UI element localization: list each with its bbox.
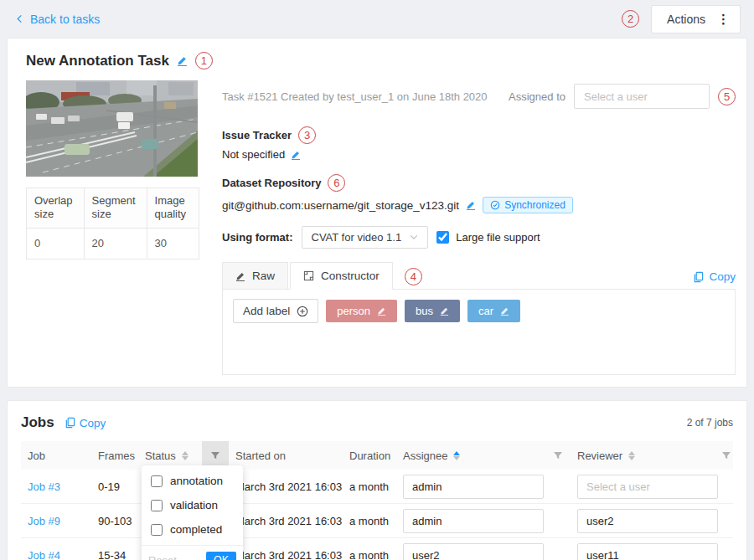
- jobs-title: Jobs: [21, 414, 54, 431]
- job-link[interactable]: Job #3: [28, 480, 60, 493]
- large-file-support-option[interactable]: Large file support: [436, 231, 540, 244]
- started-on-cell: March 3rd 2021 16:03: [229, 549, 343, 560]
- annotation-circle-1: 1: [195, 52, 213, 69]
- back-to-tasks-label: Back to tasks: [30, 13, 100, 26]
- job-link[interactable]: Job #9: [28, 515, 60, 527]
- param-header-quality: Image quality: [147, 188, 199, 229]
- filter-option-completed-label: completed: [170, 523, 222, 536]
- table-row-job3: Job #3 0-19 March 3rd 2021 16:03 a month: [21, 470, 733, 504]
- param-value-quality: 30: [147, 228, 199, 259]
- frames-cell: 15-34: [91, 549, 138, 560]
- label-chip-bus[interactable]: bus: [405, 300, 460, 322]
- label-chip-car[interactable]: car: [467, 300, 520, 322]
- reviewer-input[interactable]: [577, 475, 718, 499]
- edit-label-icon[interactable]: [377, 306, 386, 316]
- task-parameters-table: Overlap size Segment size Image quality …: [26, 188, 199, 259]
- assigned-to-input[interactable]: [574, 84, 710, 109]
- param-header-segment: Segment size: [84, 188, 147, 229]
- assignee-input[interactable]: [403, 543, 544, 560]
- column-header-frames: Frames: [91, 441, 138, 470]
- filter-checkbox-validation[interactable]: [151, 500, 163, 511]
- format-select[interactable]: CVAT for video 1.1: [302, 226, 429, 249]
- label-chip-person[interactable]: person: [326, 300, 397, 322]
- jobs-card: Jobs Copy 2 of 7 jobs Job Frames Status …: [7, 400, 747, 560]
- labels-copy-button[interactable]: Copy: [693, 270, 736, 283]
- assigned-to-label: Assigned to: [509, 90, 566, 103]
- sort-icon-status[interactable]: [182, 451, 188, 460]
- edit-issue-tracker-icon[interactable]: [291, 150, 301, 160]
- issue-tracker-value: Not specified: [222, 148, 285, 161]
- using-format-label: Using format:: [222, 231, 293, 244]
- large-file-support-checkbox[interactable]: [436, 231, 449, 244]
- column-header-duration: Duration: [343, 441, 396, 470]
- sort-icon-assignee[interactable]: [453, 451, 460, 460]
- filter-option-validation-label: validation: [170, 499, 218, 511]
- back-to-tasks-link[interactable]: Back to tasks: [15, 13, 100, 26]
- label-chip-person-name: person: [337, 305, 370, 317]
- filter-icon-reviewer[interactable]: [718, 441, 734, 470]
- duration-cell: a month: [343, 549, 396, 560]
- job-link[interactable]: Job #4: [28, 549, 60, 560]
- column-header-job: Job: [21, 441, 91, 470]
- column-header-reviewer[interactable]: Reviewer: [571, 441, 718, 470]
- filter-icon-assignee[interactable]: [545, 441, 571, 470]
- pencil-icon: [235, 271, 245, 281]
- format-select-value: CVAT for video 1.1: [312, 231, 402, 244]
- task-details-card: New Annotation Task 1: [7, 38, 747, 388]
- frames-cell: 0-19: [91, 480, 138, 493]
- filter-option-annotation-label: annotation: [170, 475, 223, 487]
- filter-checkbox-completed[interactable]: [151, 524, 163, 536]
- edit-label-icon[interactable]: [440, 306, 449, 316]
- add-label-button[interactable]: Add label: [233, 299, 318, 323]
- annotation-circle-2: 2: [622, 10, 639, 28]
- filter-reset-button[interactable]: Reset: [148, 554, 177, 560]
- jobs-table: Job Frames Status Started on Duration As…: [21, 441, 733, 560]
- issue-tracker-label: Issue Tracker: [222, 129, 292, 141]
- edit-title-icon[interactable]: [177, 55, 188, 66]
- repository-url: git@github.com:username/git_storage_v123…: [222, 199, 459, 212]
- filter-ok-button[interactable]: OK: [206, 552, 236, 560]
- jobs-count-text: 2 of 7 jobs: [687, 417, 733, 429]
- filter-checkbox-annotation[interactable]: [151, 475, 163, 487]
- sort-icon-reviewer[interactable]: [628, 451, 635, 460]
- actions-button[interactable]: Actions ⋮: [651, 5, 741, 33]
- top-bar: Back to tasks 2 Actions ⋮: [0, 0, 754, 38]
- tab-raw-label: Raw: [252, 270, 275, 282]
- reviewer-input[interactable]: [577, 509, 718, 533]
- chevron-down-icon: [410, 234, 418, 240]
- edit-repository-icon[interactable]: [466, 200, 476, 210]
- annotation-circle-4: 4: [405, 268, 422, 285]
- status-filter-dropdown: annotation validation completed Reset OK: [142, 465, 243, 560]
- labels-copy-label: Copy: [709, 270, 736, 283]
- edit-label-icon[interactable]: [500, 306, 509, 316]
- plus-circle-icon: [297, 306, 308, 317]
- tab-raw[interactable]: Raw: [222, 262, 288, 290]
- chevron-left-icon: [15, 13, 24, 24]
- assignee-input[interactable]: [403, 509, 544, 533]
- sync-status-label: Synchronized: [504, 199, 566, 211]
- tab-constructor[interactable]: Constructor: [290, 262, 393, 290]
- reviewer-input[interactable]: [577, 543, 718, 560]
- param-value-overlap: 0: [27, 228, 85, 259]
- filter-option-annotation[interactable]: annotation: [142, 469, 243, 493]
- task-title: New Annotation Task: [26, 53, 169, 69]
- tab-constructor-label: Constructor: [321, 270, 380, 282]
- annotation-circle-6: 6: [328, 174, 345, 192]
- jobs-copy-button[interactable]: Copy: [65, 417, 106, 429]
- copy-icon: [65, 417, 75, 429]
- check-circle-icon: [490, 200, 500, 210]
- param-header-overlap: Overlap size: [27, 188, 85, 229]
- task-preview-image: [26, 80, 198, 177]
- label-chip-car-name: car: [478, 305, 493, 317]
- sync-status-badge[interactable]: Synchronized: [483, 197, 573, 213]
- column-header-started-on: Started on: [229, 441, 343, 470]
- frames-cell: 90-103: [91, 515, 138, 527]
- filter-option-completed[interactable]: completed: [142, 517, 243, 542]
- assignee-input[interactable]: [403, 475, 544, 499]
- more-vertical-icon: ⋮: [717, 12, 730, 27]
- duration-cell: a month: [343, 480, 396, 493]
- filter-option-validation[interactable]: validation: [142, 493, 243, 517]
- started-on-cell: March 3rd 2021 16:03: [229, 480, 343, 493]
- table-row-job4: Job #4 15-34 March 3rd 2021 16:03 a mont…: [21, 538, 733, 560]
- column-header-assignee[interactable]: Assignee: [396, 441, 545, 470]
